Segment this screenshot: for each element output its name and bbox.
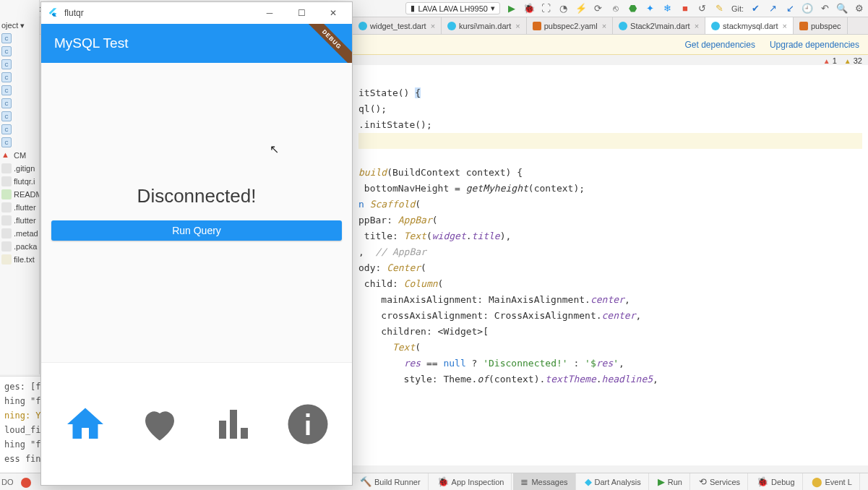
sync-icon[interactable]: ↺ (697, 3, 708, 14)
tool-label: Messages (531, 478, 567, 486)
tool-run[interactable]: ▶Run (650, 473, 690, 490)
cmake-icon (1, 150, 12, 160)
appbar-title: MySQL Test (54, 35, 128, 51)
problems-summary[interactable]: 1 32 (823, 56, 862, 65)
window-titlebar[interactable]: flutqr ─ ☐ ✕ (41, 2, 352, 24)
file-icon (1, 228, 12, 238)
tool-services[interactable]: ⟲Services (692, 473, 748, 490)
connection-status-text: Disconnected! (137, 185, 257, 207)
hot-restart-icon[interactable]: ⟳ (593, 3, 604, 14)
tab-kursi-main[interactable]: kursi\main.dart× (442, 17, 527, 34)
device-phone-icon: ▮ (411, 4, 415, 13)
project-label[interactable]: oject ▾ (0, 19, 39, 32)
markdown-icon (1, 189, 12, 199)
tool-app-inspection[interactable]: 🐞App Inspection (430, 473, 512, 490)
app-body: ↖ Disconnected! Run Query (41, 63, 352, 362)
window-maximize-button[interactable]: ☐ (285, 2, 317, 24)
git-pull-icon[interactable]: ↙ (784, 3, 796, 14)
file-icon (1, 176, 12, 186)
tool-label: Run (668, 478, 682, 486)
tab-label: kursi\main.dart (459, 22, 511, 30)
device-selector[interactable]: ▮ LAVA LAVA LH9950 ▾ (405, 2, 499, 14)
yaml-icon (533, 22, 541, 30)
flutter-icon (47, 7, 59, 19)
hot-reload-icon[interactable]: ⚡ (575, 3, 587, 14)
stop-icon[interactable]: ■ (679, 3, 691, 14)
code-editor[interactable]: itState() { ql(); .initState(); build(Bu… (353, 65, 868, 465)
info-icon (286, 403, 330, 446)
attach-icon[interactable]: ⎋ (610, 3, 622, 14)
run-icon: ▶ (658, 476, 665, 487)
tab-pubspec2[interactable]: pubspec2.yaml× (527, 17, 613, 34)
tool-build-runner[interactable]: 🔨Build Runner (353, 473, 429, 490)
svg-rect-0 (219, 421, 226, 439)
cpp-icon: C (1, 137, 12, 147)
nav-home[interactable] (60, 399, 111, 450)
warning-count: 32 (844, 56, 862, 65)
tab-stack2-main[interactable]: Stack2\main.dart× (613, 17, 705, 34)
tool-label: Services (710, 478, 740, 486)
file-icon (1, 241, 12, 252)
debug-icon[interactable]: 🐞 (523, 3, 535, 14)
device-name: LAVA LAVA LH9950 (418, 4, 487, 13)
file-icon (1, 215, 12, 225)
git-history-icon[interactable]: 🕘 (802, 3, 813, 14)
inspect-icon: 🐞 (437, 476, 449, 487)
tab-label: pubspec (811, 22, 841, 30)
tool-debug[interactable]: 🐞Debug (749, 473, 802, 490)
window-minimize-button[interactable]: ─ (254, 2, 285, 24)
tab-widget-test[interactable]: widget_test.dart× (353, 17, 442, 34)
close-icon[interactable]: × (602, 22, 606, 30)
run-query-button[interactable]: Run Query (51, 220, 342, 241)
coverage-icon[interactable]: ⛶ (541, 3, 552, 14)
status-bar-left: DO (1, 478, 31, 488)
code-cleanup-icon[interactable]: ✎ (714, 3, 726, 14)
nav-info[interactable] (283, 399, 333, 450)
flutter-outline-icon[interactable]: ✦ (645, 3, 656, 14)
tool-messages[interactable]: ≣Messages (513, 473, 575, 490)
tab-pubspec[interactable]: pubspec (794, 17, 848, 34)
home-icon (64, 403, 107, 446)
search-icon[interactable]: 🔍 (836, 3, 848, 14)
tab-label: pubspec2.yaml (544, 22, 598, 30)
error-indicator-icon[interactable] (21, 478, 31, 488)
cpp-icon: C (1, 72, 12, 82)
project-tree-fragment[interactable]: oject ▾ C C C C C C C C C CM .gitign flu… (0, 0, 40, 374)
nav-favorite[interactable] (134, 399, 185, 450)
bug-icon: 🐞 (757, 476, 768, 487)
svg-rect-4 (306, 421, 309, 435)
event-log-icon: ⬤ (812, 476, 822, 487)
bar-chart-icon (212, 403, 255, 446)
cpp-icon: C (1, 85, 12, 95)
tool-dart-analysis[interactable]: ◆Dart Analysis (577, 473, 649, 490)
close-icon[interactable]: × (515, 22, 520, 30)
flutter-app-window: flutqr ─ ☐ ✕ MySQL Test DEBUG ↖ Disconne… (40, 1, 353, 486)
tab-stackmysql[interactable]: stackmysql.dart× (705, 17, 794, 34)
chevron-down-icon: ▾ (491, 4, 495, 13)
window-close-button[interactable]: ✕ (317, 2, 349, 24)
cpp-icon: C (1, 111, 12, 121)
git-push-icon[interactable]: ↗ (767, 3, 778, 14)
close-icon[interactable]: × (695, 22, 699, 30)
hammer-icon: 🔨 (360, 476, 371, 487)
nav-stats[interactable] (208, 399, 259, 450)
close-icon[interactable]: × (783, 22, 787, 30)
git-commit-icon[interactable]: ✔ (749, 3, 761, 14)
cpp-icon: C (1, 59, 12, 69)
cpp-icon: C (1, 46, 12, 56)
dart-icon (358, 22, 367, 30)
todo-label[interactable]: DO (1, 478, 14, 488)
close-icon[interactable]: × (431, 22, 435, 30)
profile-icon[interactable]: ◔ (558, 3, 570, 14)
settings-icon[interactable]: ⚙ (854, 3, 865, 14)
flutter-inspector-icon[interactable]: ❄ (662, 3, 674, 14)
services-icon: ⟲ (699, 476, 707, 487)
error-count: 1 (823, 56, 837, 65)
upgrade-dependencies-link[interactable]: Upgrade dependencies (770, 40, 859, 50)
git-revert-icon[interactable]: ↶ (819, 3, 830, 14)
devtools-icon[interactable]: ⬣ (627, 3, 639, 14)
run-icon[interactable]: ▶ (506, 3, 517, 14)
get-dependencies-link[interactable]: Get dependencies (684, 40, 755, 50)
svg-rect-1 (230, 410, 237, 439)
tool-event-log[interactable]: ⬤Event L (804, 473, 860, 490)
